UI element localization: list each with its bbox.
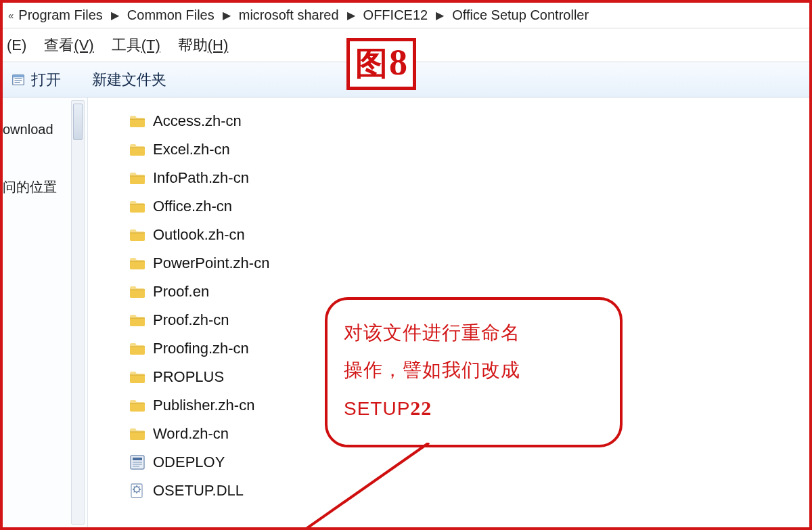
list-item-label: Proof.zh-cn	[153, 311, 229, 329]
scrollbar-thumb[interactable]	[73, 104, 83, 140]
navigation-pane[interactable]: ownload 问的位置	[3, 97, 88, 527]
svg-rect-1	[13, 74, 24, 77]
list-item-label: Office.zh-cn	[153, 198, 232, 215]
menu-view[interactable]: 查看(V)	[43, 32, 95, 58]
chevron-right-icon[interactable]: ▶	[347, 9, 355, 22]
menu-tools[interactable]: 工具(T)	[110, 32, 162, 58]
list-item-label: ODEPLOY	[153, 454, 225, 471]
folder-icon	[129, 397, 146, 414]
list-item[interactable]: Excel.zh-cn	[129, 135, 809, 164]
list-item-label: Proof.en	[153, 283, 209, 301]
list-item[interactable]: OSETUP.DLL	[129, 477, 809, 505]
annotation-callout: 对该文件进行重命名 操作，譬如我们改成 SETUP22	[325, 297, 623, 447]
address-bar[interactable]: « Program Files ▶ Common Files ▶ microso…	[3, 3, 809, 28]
folder-icon	[129, 255, 146, 271]
annotation-text: SETUP22	[344, 389, 604, 428]
list-item[interactable]: Office.zh-cn	[129, 192, 809, 221]
folder-icon	[129, 312, 146, 328]
navpane-scrollbar[interactable]	[71, 100, 85, 525]
annotation-text: 对该文件进行重命名	[344, 315, 604, 352]
list-item-label: PROPLUS	[153, 368, 224, 386]
breadcrumb-overflow-icon[interactable]: «	[8, 9, 12, 21]
open-icon	[11, 72, 26, 87]
open-button-label: 打开	[31, 70, 61, 90]
dll-icon	[129, 483, 146, 499]
folder-icon	[129, 369, 146, 385]
list-item-label: Publisher.zh-cn	[153, 397, 254, 414]
breadcrumb-item[interactable]: OFFICE12	[361, 6, 431, 24]
folder-icon	[129, 113, 146, 129]
list-item[interactable]: PowerPoint.zh-cn	[129, 249, 809, 278]
folder-icon	[129, 170, 146, 186]
annotation-figure-label: 图8	[346, 38, 416, 90]
annotation-text: 操作，譬如我们改成	[344, 352, 604, 389]
list-item[interactable]: Access.zh-cn	[129, 107, 809, 135]
folder-icon	[129, 141, 146, 158]
new-folder-button-label: 新建文件夹	[92, 70, 166, 90]
new-folder-button[interactable]: 新建文件夹	[88, 67, 171, 93]
menu-edit[interactable]: (E)	[5, 34, 28, 57]
open-button[interactable]: 打开	[7, 67, 65, 93]
chevron-right-icon[interactable]: ▶	[111, 9, 119, 22]
list-item-label: OSETUP.DLL	[153, 482, 244, 500]
breadcrumb-item[interactable]: microsoft shared	[236, 6, 342, 24]
folder-icon	[129, 426, 146, 442]
breadcrumb-item[interactable]: Office Setup Controller	[449, 6, 591, 24]
list-item-label: Proofing.zh-cn	[153, 340, 249, 357]
list-item[interactable]: InfoPath.zh-cn	[129, 164, 809, 192]
list-item[interactable]: Outlook.zh-cn	[129, 221, 809, 249]
list-item-label: InfoPath.zh-cn	[153, 169, 249, 187]
chevron-right-icon[interactable]: ▶	[223, 9, 231, 22]
list-item-label: Access.zh-cn	[153, 112, 242, 130]
chevron-right-icon[interactable]: ▶	[436, 9, 444, 22]
list-item[interactable]: ODEPLOY	[129, 448, 809, 477]
breadcrumb-item[interactable]: Common Files	[125, 6, 217, 24]
folder-icon	[129, 227, 146, 243]
menu-help[interactable]: 帮助(H)	[177, 32, 230, 58]
list-item-label: Excel.zh-cn	[153, 141, 230, 158]
folder-icon	[129, 340, 146, 357]
list-item-label: PowerPoint.zh-cn	[153, 255, 269, 272]
folder-icon	[129, 284, 146, 300]
list-item-label: Outlook.zh-cn	[153, 226, 245, 244]
list-item-label: Word.zh-cn	[153, 425, 229, 443]
breadcrumb-item[interactable]: Program Files	[16, 6, 105, 24]
folder-icon	[129, 198, 146, 215]
bin-icon	[129, 454, 146, 470]
